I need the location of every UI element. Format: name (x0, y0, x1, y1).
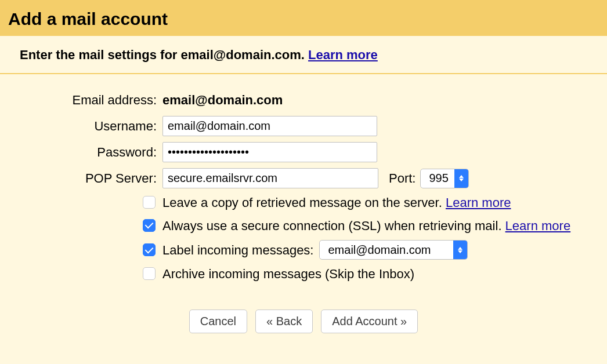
username-label: Username: (0, 119, 162, 134)
email-label: Email address: (0, 93, 162, 108)
port-select[interactable]: 995 (420, 169, 468, 188)
back-button[interactable]: « Back (255, 310, 313, 333)
add-account-button[interactable]: Add Account » (321, 310, 418, 333)
username-input[interactable] (162, 116, 377, 136)
select-arrows-icon (453, 241, 467, 259)
form-area: Email address: email@domain.com Username… (0, 74, 607, 333)
label-incoming-text: Label incoming messages: (162, 242, 313, 259)
dialog-header: Add a mail account (0, 0, 607, 36)
row-password: Password: (0, 142, 607, 162)
instruction-bar: Enter the mail settings for email@domain… (0, 36, 607, 74)
option-archive: Archive incoming messages (Skip the Inbo… (0, 265, 607, 283)
password-input[interactable] (162, 142, 377, 162)
archive-checkbox[interactable] (143, 267, 156, 280)
option-leave-copy: Leave a copy of retrieved message on the… (0, 194, 607, 212)
option-label-incoming: Label incoming messages: email@domain.co… (0, 240, 607, 260)
button-row: Cancel « Back Add Account » (0, 310, 607, 333)
email-value: email@domain.com (162, 93, 283, 108)
select-arrows-icon (454, 169, 468, 188)
row-email: Email address: email@domain.com (0, 90, 607, 110)
row-popserver: POP Server: Port: 995 (0, 168, 607, 188)
dialog-content: Enter the mail settings for email@domain… (0, 36, 607, 364)
dialog-title: Add a mail account (8, 9, 599, 29)
option-ssl: Always use a secure connection (SSL) whe… (0, 217, 607, 235)
password-label: Password: (0, 145, 162, 160)
learn-more-link[interactable]: Learn more (308, 48, 378, 62)
port-value: 995 (421, 172, 454, 185)
label-incoming-select[interactable]: email@domain.com (319, 240, 468, 260)
leave-copy-text: Leave a copy of retrieved message on the… (162, 195, 446, 210)
archive-text: Archive incoming messages (Skip the Inbo… (162, 267, 414, 281)
popserver-label: POP Server: (0, 171, 162, 186)
ssl-learn-more-link[interactable]: Learn more (505, 219, 571, 233)
row-username: Username: (0, 116, 607, 136)
instruction-text: Enter the mail settings for email@domain… (20, 48, 378, 62)
port-label: Port: (389, 171, 415, 186)
ssl-checkbox[interactable] (143, 219, 156, 232)
popserver-input[interactable] (162, 168, 378, 188)
label-incoming-checkbox[interactable] (143, 243, 156, 256)
cancel-button[interactable]: Cancel (189, 310, 247, 333)
ssl-text: Always use a secure connection (SSL) whe… (162, 219, 505, 233)
label-incoming-value: email@domain.com (320, 242, 453, 258)
leave-copy-learn-more-link[interactable]: Learn more (446, 195, 511, 210)
leave-copy-checkbox[interactable] (143, 196, 156, 209)
